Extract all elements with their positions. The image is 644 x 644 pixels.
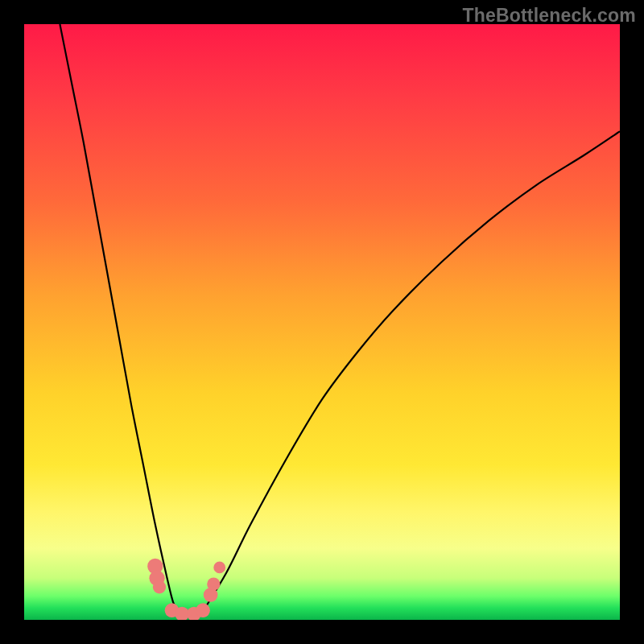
curve-right: [203, 131, 620, 611]
trough-marker: [207, 577, 220, 590]
trough-marker: [153, 580, 166, 593]
outer-frame: TheBottleneck.com: [0, 0, 644, 644]
curve-left: [60, 24, 179, 614]
trough-markers: [147, 559, 225, 620]
watermark-text: TheBottleneck.com: [462, 5, 636, 27]
trough-marker: [196, 603, 210, 617]
plot-area: [24, 24, 620, 620]
curve-layer: [24, 24, 620, 620]
trough-marker: [213, 561, 225, 573]
